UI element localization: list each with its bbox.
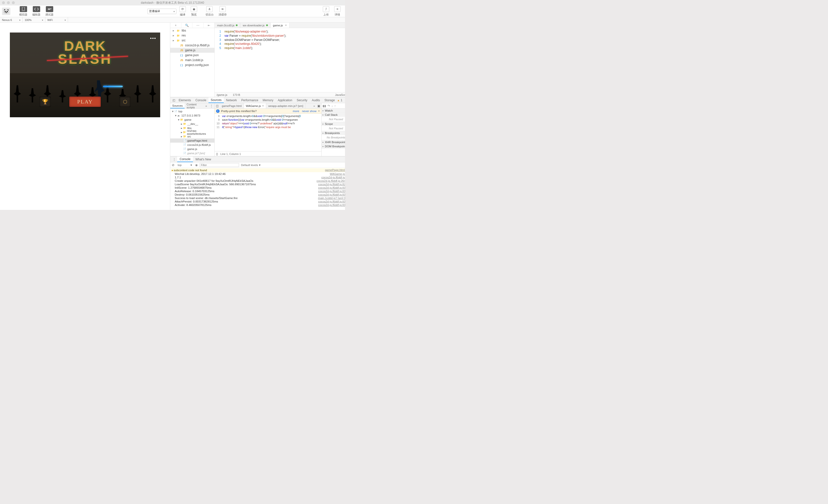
devtools-tab-sources[interactable]: Sources <box>208 97 224 103</box>
debugger-button[interactable]: 调试器 <box>45 6 53 16</box>
device-select[interactable]: Nexus 6 <box>0 17 23 23</box>
devtools-menu-icon[interactable]: ⋮ <box>343 98 345 102</box>
pretty-never-link[interactable]: never show <box>302 110 317 113</box>
debug-section-watch[interactable]: Watch <box>322 109 345 113</box>
folder-src[interactable]: ▸📁src <box>170 38 214 43</box>
source-file-tab-gamePage.html[interactable]: gamePage.html <box>220 103 244 109</box>
file-more-icon[interactable]: ⋯ <box>193 23 204 28</box>
tabs-overflow-icon[interactable]: » <box>312 104 316 108</box>
drawer-tab-whatsnew[interactable]: What's New <box>193 157 214 162</box>
file-collapse-icon[interactable]: ⇤ <box>204 23 214 28</box>
folder-libs[interactable]: ▸📁libs <box>170 28 214 33</box>
log-source-link[interactable]: cocos2d-js.f6ddf.js:8124 <box>316 186 345 189</box>
devtools-tab-application[interactable]: Application <box>276 97 294 103</box>
source-file-tab-WAGame.js[interactable]: WAGame.js✕ <box>244 103 266 109</box>
game-play-button[interactable]: PLAY <box>69 96 101 107</box>
console-levels-select[interactable]: Default levels▾ <box>241 163 260 167</box>
detail-button[interactable]: ≡详情 <box>334 6 340 16</box>
sources-subtab-more-icon[interactable]: » <box>204 103 208 109</box>
file-project.config.json[interactable]: { }project.config.json <box>170 62 214 68</box>
tree-node-gamePage.html[interactable]: 📄gamePage.html <box>170 138 214 142</box>
devtools-tab-storage[interactable]: Storage <box>322 97 337 103</box>
log-source-link[interactable]: main.1cddd.js? [sm]:135 <box>316 197 345 200</box>
device-screen[interactable]: DARK SLASH 🏆 PLAY ⬡ ••• <box>10 33 160 117</box>
file-cocos2d-js.f6ddf.js[interactable]: JScocos2d-js.f6ddf.js <box>170 43 214 48</box>
file-new-icon[interactable]: + <box>170 23 181 28</box>
sources-subtab-content-scripts[interactable]: Content scripts <box>184 103 204 109</box>
debug-section-dom-breakpoints[interactable]: DOM Breakpoints <box>322 144 345 148</box>
sources-subtab-menu-icon[interactable]: ⋮ <box>208 103 214 109</box>
log-source-link[interactable]: cocos2d-js.f6ddf.js:8145 <box>316 193 345 196</box>
debug-section-call-stack[interactable]: Call Stack <box>322 113 345 117</box>
folder-res[interactable]: ▸📁res <box>170 33 214 38</box>
tree-node-cocos2d-js.f6ddf.js[interactable]: 📄cocos2d-js.f6ddf.js <box>170 142 214 147</box>
console-live-icon[interactable]: ◉ <box>195 163 198 167</box>
clear-cache-button[interactable]: ≋清缓存 <box>218 6 227 16</box>
console-context-select[interactable]: top▾ <box>176 163 193 167</box>
devtools-tab-performance[interactable]: Performance <box>239 97 260 103</box>
toggle-sidebar-icon[interactable]: ▣ <box>316 104 321 108</box>
editor-tab-wx-downloader.js[interactable]: wx-downloader.js <box>240 23 270 28</box>
simulator-button[interactable]: 模拟器 <box>19 6 27 16</box>
game-trophy-button[interactable]: 🏆 <box>39 96 51 107</box>
debugger-pause-icon[interactable]: ▮▮ <box>323 104 326 108</box>
file-main.1cddd.js[interactable]: JSmain.1cddd.js <box>170 58 214 62</box>
pretty-close-icon[interactable]: ✕ <box>318 110 320 112</box>
game-menu-icon[interactable]: ••• <box>150 36 156 41</box>
tree-node-game.js[interactable]: 📄game.js <box>170 147 214 151</box>
file-game.json[interactable]: { }game.json <box>170 53 214 58</box>
game-shield-button[interactable]: ⬡ <box>119 96 131 107</box>
log-source-link[interactable]: gamePage.html:77 <box>323 168 345 172</box>
compile-button[interactable]: ⟳编译 <box>179 6 186 16</box>
devtools-inspect-icon[interactable]: ◰ <box>171 97 176 103</box>
devtools-tab-elements[interactable]: Elements <box>176 97 193 103</box>
drawer-tab-console[interactable]: Console <box>177 157 193 162</box>
tree-node-__dev__[interactable]: ▸📁__dev__ <box>170 122 214 126</box>
drawer-menu-icon[interactable]: ⋮ <box>171 158 177 161</box>
tree-node-top[interactable]: ▾📄top <box>170 109 214 113</box>
preview-button[interactable]: ◉预览 <box>191 6 197 16</box>
log-source-link[interactable]: cocos2d-js.f6ddf.js:8140 <box>316 190 345 193</box>
devtools-tab-console[interactable]: Console <box>193 97 208 103</box>
source-file-tab-weapp-adapter-min.js? [sm][interactable]: weapp-adapter-min.js? [sm] <box>266 103 305 109</box>
debug-section-scope[interactable]: Scope <box>322 122 345 126</box>
nav-file-list-icon[interactable]: ◫ <box>215 104 220 108</box>
console-clear-icon[interactable]: ⊘ <box>172 163 174 167</box>
tree-node-game.js? [sm][interactable]: 📄game.js? [sm] <box>170 151 214 155</box>
tree-node-res/raw-assets/textures[interactable]: ▸📁res/raw-assets/textures <box>170 130 214 134</box>
editor-tab-main.0ccd0.js[interactable]: main.0ccd0.js <box>215 23 240 28</box>
debugger-stepover-icon[interactable]: ↷ <box>328 104 330 108</box>
file-game.js[interactable]: JSgame.js <box>170 48 214 53</box>
file-search-icon[interactable]: 🔍 <box>181 23 193 28</box>
editor-button[interactable]: 编辑器 <box>32 6 40 16</box>
log-source-link[interactable]: cocos2d-js.f6ddf.js:8165 <box>316 204 345 206</box>
debug-section-breakpoints[interactable]: Breakpoints <box>322 131 345 135</box>
devtools-tab-audits[interactable]: Audits <box>309 97 322 103</box>
sources-subtab-sources[interactable]: Sources <box>170 103 184 109</box>
drawer-close-icon[interactable]: ✕ <box>344 158 345 161</box>
background-button[interactable]: ⋔切后台 <box>206 6 214 16</box>
devtools-tab-network[interactable]: Network <box>224 97 239 103</box>
devtools-tab-memory[interactable]: Memory <box>260 97 276 103</box>
editor-tab-game.js[interactable]: game.js✕ <box>271 23 290 28</box>
window-controls[interactable] <box>2 1 15 4</box>
tree-node-127.0.0.1:9973[interactable]: ▾☁127.0.0.1:9973 <box>170 113 214 118</box>
pretty-more-link[interactable]: more <box>293 110 299 113</box>
tree-node-game[interactable]: ▾📁game <box>170 118 214 122</box>
network-select[interactable]: WiFi <box>45 17 68 23</box>
debugger-stepout-icon[interactable]: ↑ <box>334 104 336 108</box>
log-source-link[interactable]: cocos2d-js.f6ddf.js:8162 <box>316 200 345 203</box>
warning-icon[interactable]: ▲ <box>337 99 340 102</box>
log-source-link[interactable]: cocos2d-js.f6ddf.js:65 <box>319 176 345 179</box>
compile-mode-select[interactable]: 普通编译 <box>148 9 176 14</box>
console-filter-input[interactable] <box>200 163 239 167</box>
log-source-link[interactable]: cocos2d-js.f6ddf.js:8241 <box>316 183 345 186</box>
log-source-link[interactable]: cocos2d-js.f6ddf.js:26457 <box>314 179 345 182</box>
debugger-stepin-icon[interactable]: ↓ <box>331 104 333 108</box>
pretty-print-button[interactable]: {} <box>216 153 218 156</box>
zoom-select[interactable]: 100% <box>23 17 45 23</box>
devtools-tab-security[interactable]: Security <box>294 97 309 103</box>
log-source-link[interactable]: WAGame.js:11 <box>327 172 345 175</box>
debug-section-xhr-breakpoints[interactable]: XHR Breakpoints <box>322 140 345 144</box>
upload-button[interactable]: ⤴上传 <box>323 6 329 16</box>
